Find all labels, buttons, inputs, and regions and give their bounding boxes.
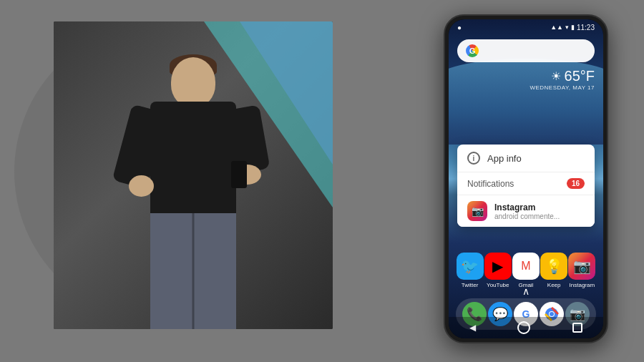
twitter-icon: 🐦 [457, 253, 484, 280]
app-info-popup[interactable]: i App info Notifications 16 Instagram an… [457, 145, 595, 227]
status-time: 11:23 [577, 24, 595, 31]
status-bar-left: ● [457, 24, 462, 31]
status-bar-right: ▲▲ ▾ ▮ 11:23 [550, 24, 595, 31]
home-button[interactable] [517, 321, 530, 334]
camera-status-icon: ● [457, 24, 462, 31]
app-keep[interactable]: 💡 Keep [540, 253, 567, 288]
keep-icon: 💡 [540, 253, 567, 280]
instagram-logo-icon [467, 201, 487, 221]
person-phone [231, 161, 247, 188]
person-hand-left [129, 175, 154, 197]
presenter-person [100, 50, 286, 329]
keep-label: Keep [547, 282, 561, 288]
search-bar[interactable] [457, 39, 595, 62]
phone-screen: ● ▲▲ ▾ ▮ 11:23 ☀ 65°F WEDNESDAY, MAY 17 … [449, 19, 603, 338]
info-icon: i [467, 152, 480, 165]
weather-sun-icon: ☀ [551, 69, 561, 83]
notifications-badge: 16 [567, 178, 585, 189]
person-pants [150, 213, 236, 329]
instagram-notif-text: Instagram android commente... [494, 202, 585, 220]
signal-icon: ▲▲ [550, 24, 563, 31]
youtube-label: YouTube [487, 282, 509, 288]
svg-point-2 [550, 312, 554, 316]
back-button[interactable]: ◀ [469, 323, 476, 333]
status-bar: ● ▲▲ ▾ ▮ 11:23 [449, 19, 603, 35]
pants-seam [192, 213, 195, 329]
app-twitter[interactable]: 🐦 Twitter [457, 253, 484, 288]
google-logo [466, 44, 479, 57]
weather-temperature: ☀ 65°F [530, 68, 595, 84]
person-head [171, 57, 215, 107]
app-instagram[interactable]: 📷 Instagram [568, 253, 595, 288]
instagram-notification[interactable]: Instagram android commente... [457, 195, 595, 227]
app-dock-row: 🐦 Twitter ▶ YouTube M Gmail 💡 Keep 📷 Ins… [449, 253, 603, 288]
battery-icon: ▮ [571, 24, 575, 31]
gmail-icon: M [512, 253, 540, 280]
app-info-row[interactable]: i App info [457, 145, 595, 172]
notifications-label: Notifications [467, 179, 514, 189]
weather-date: WEDNESDAY, MAY 17 [530, 84, 595, 91]
navigation-bar: ◀ [449, 317, 603, 338]
recents-button[interactable] [572, 323, 582, 333]
app-gmail[interactable]: M Gmail [512, 253, 540, 288]
app-youtube[interactable]: ▶ YouTube [484, 253, 512, 288]
person-body [150, 102, 236, 216]
wifi-icon: ▾ [565, 24, 569, 31]
instagram-label: Instagram [570, 282, 595, 288]
twitter-label: Twitter [462, 282, 479, 288]
instagram-app-name: Instagram [494, 202, 585, 212]
notifications-row[interactable]: Notifications 16 [457, 172, 595, 195]
presenter-background [54, 21, 333, 329]
app-drawer-chevron[interactable]: ∧ [522, 285, 530, 297]
youtube-icon: ▶ [484, 253, 512, 280]
phone-mockup: ● ▲▲ ▾ ▮ 11:23 ☀ 65°F WEDNESDAY, MAY 17 … [444, 14, 608, 343]
instagram-app-icon: 📷 [568, 253, 595, 280]
weather-widget: ☀ 65°F WEDNESDAY, MAY 17 [530, 68, 595, 91]
instagram-message: android commente... [494, 212, 585, 220]
app-info-label: App info [487, 153, 522, 164]
presenter-panel [54, 21, 333, 329]
